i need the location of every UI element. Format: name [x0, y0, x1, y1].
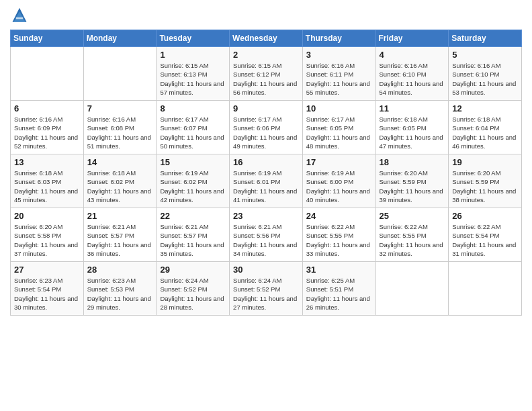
day-number: 3	[306, 50, 372, 60]
calendar-week-1: 1Sunrise: 6:15 AM Sunset: 6:13 PM Daylig…	[11, 47, 522, 101]
cell-info: Sunrise: 6:15 AM Sunset: 6:13 PM Dayligh…	[160, 61, 226, 97]
calendar-cell: 17Sunrise: 6:19 AM Sunset: 6:00 PM Dayli…	[302, 154, 375, 208]
day-number: 8	[160, 103, 226, 113]
day-number: 21	[87, 211, 153, 221]
calendar-week-4: 20Sunrise: 6:20 AM Sunset: 5:58 PM Dayli…	[11, 208, 522, 262]
day-number: 23	[233, 211, 299, 221]
calendar-week-2: 6Sunrise: 6:16 AM Sunset: 6:09 PM Daylig…	[11, 101, 522, 154]
day-number: 22	[160, 211, 226, 221]
day-number: 1	[160, 50, 226, 60]
cell-info: Sunrise: 6:20 AM Sunset: 5:59 PM Dayligh…	[380, 169, 445, 204]
calendar-week-3: 13Sunrise: 6:18 AM Sunset: 6:03 PM Dayli…	[11, 154, 522, 208]
cell-info: Sunrise: 6:18 AM Sunset: 6:04 PM Dayligh…	[452, 115, 518, 150]
day-number: 10	[306, 103, 372, 113]
day-number: 12	[452, 103, 518, 113]
day-number: 4	[380, 50, 445, 60]
header-sunday: Sunday	[11, 30, 84, 47]
calendar-cell: 1Sunrise: 6:15 AM Sunset: 6:13 PM Daylig…	[157, 47, 230, 101]
cell-info: Sunrise: 6:22 AM Sunset: 5:55 PM Dayligh…	[380, 222, 445, 258]
day-number: 27	[14, 265, 80, 275]
cell-info: Sunrise: 6:16 AM Sunset: 6:09 PM Dayligh…	[14, 115, 80, 150]
calendar-cell: 25Sunrise: 6:22 AM Sunset: 5:55 PM Dayli…	[375, 208, 449, 262]
calendar-cell: 16Sunrise: 6:19 AM Sunset: 6:01 PM Dayli…	[230, 154, 303, 208]
day-number: 13	[14, 157, 80, 167]
calendar-cell: 3Sunrise: 6:16 AM Sunset: 6:11 PM Daylig…	[302, 47, 375, 101]
calendar-cell: 26Sunrise: 6:22 AM Sunset: 5:54 PM Dayli…	[449, 208, 522, 262]
calendar-cell: 22Sunrise: 6:21 AM Sunset: 5:57 PM Dayli…	[157, 208, 230, 262]
cell-info: Sunrise: 6:16 AM Sunset: 6:10 PM Dayligh…	[380, 61, 445, 97]
cell-info: Sunrise: 6:23 AM Sunset: 5:54 PM Dayligh…	[14, 276, 80, 312]
calendar-cell: 6Sunrise: 6:16 AM Sunset: 6:09 PM Daylig…	[11, 101, 84, 154]
header-wednesday: Wednesday	[230, 30, 303, 47]
header-friday: Friday	[375, 30, 449, 47]
cell-info: Sunrise: 6:25 AM Sunset: 5:51 PM Dayligh…	[306, 276, 372, 312]
calendar-cell: 7Sunrise: 6:16 AM Sunset: 6:08 PM Daylig…	[83, 101, 157, 154]
header-saturday: Saturday	[449, 30, 522, 47]
day-number: 2	[233, 50, 299, 60]
calendar-cell: 9Sunrise: 6:17 AM Sunset: 6:06 PM Daylig…	[230, 101, 303, 154]
calendar-cell: 14Sunrise: 6:18 AM Sunset: 6:02 PM Dayli…	[83, 154, 157, 208]
calendar-cell: 2Sunrise: 6:15 AM Sunset: 6:12 PM Daylig…	[230, 47, 303, 101]
cell-info: Sunrise: 6:18 AM Sunset: 6:03 PM Dayligh…	[14, 169, 80, 204]
day-number: 25	[380, 211, 445, 221]
calendar-cell: 13Sunrise: 6:18 AM Sunset: 6:03 PM Dayli…	[11, 154, 84, 208]
cell-info: Sunrise: 6:19 AM Sunset: 6:01 PM Dayligh…	[233, 169, 299, 204]
calendar-cell	[375, 262, 449, 316]
calendar-cell: 18Sunrise: 6:20 AM Sunset: 5:59 PM Dayli…	[375, 154, 449, 208]
cell-info: Sunrise: 6:15 AM Sunset: 6:12 PM Dayligh…	[233, 61, 299, 97]
calendar-cell: 29Sunrise: 6:24 AM Sunset: 5:52 PM Dayli…	[157, 262, 230, 316]
cell-info: Sunrise: 6:19 AM Sunset: 6:00 PM Dayligh…	[306, 169, 372, 204]
day-number: 26	[452, 211, 518, 221]
day-number: 24	[306, 211, 372, 221]
calendar-cell: 30Sunrise: 6:24 AM Sunset: 5:52 PM Dayli…	[230, 262, 303, 316]
cell-info: Sunrise: 6:21 AM Sunset: 5:57 PM Dayligh…	[87, 222, 153, 258]
cell-info: Sunrise: 6:23 AM Sunset: 5:53 PM Dayligh…	[87, 276, 153, 312]
cell-info: Sunrise: 6:19 AM Sunset: 6:02 PM Dayligh…	[160, 169, 226, 204]
svg-rect-2	[16, 17, 24, 19]
cell-info: Sunrise: 6:16 AM Sunset: 6:10 PM Dayligh…	[452, 61, 518, 97]
calendar-cell: 21Sunrise: 6:21 AM Sunset: 5:57 PM Dayli…	[83, 208, 157, 262]
day-number: 17	[306, 157, 372, 167]
logo-icon	[10, 7, 29, 26]
header-thursday: Thursday	[302, 30, 375, 47]
day-number: 15	[160, 157, 226, 167]
calendar-cell: 19Sunrise: 6:20 AM Sunset: 5:59 PM Dayli…	[449, 154, 522, 208]
calendar-cell	[11, 47, 84, 101]
cell-info: Sunrise: 6:16 AM Sunset: 6:08 PM Dayligh…	[87, 115, 153, 150]
calendar-cell: 12Sunrise: 6:18 AM Sunset: 6:04 PM Dayli…	[449, 101, 522, 154]
calendar-table: SundayMondayTuesdayWednesdayThursdayFrid…	[10, 30, 522, 316]
calendar-cell: 20Sunrise: 6:20 AM Sunset: 5:58 PM Dayli…	[11, 208, 84, 262]
cell-info: Sunrise: 6:17 AM Sunset: 6:05 PM Dayligh…	[306, 115, 372, 150]
cell-info: Sunrise: 6:17 AM Sunset: 6:07 PM Dayligh…	[160, 115, 226, 150]
day-number: 29	[160, 265, 226, 275]
cell-info: Sunrise: 6:21 AM Sunset: 5:57 PM Dayligh…	[160, 222, 226, 258]
page-header	[10, 7, 522, 26]
cell-info: Sunrise: 6:22 AM Sunset: 5:54 PM Dayligh…	[452, 222, 518, 258]
day-number: 5	[452, 50, 518, 60]
logo	[10, 7, 32, 26]
day-number: 28	[87, 265, 153, 275]
cell-info: Sunrise: 6:21 AM Sunset: 5:56 PM Dayligh…	[233, 222, 299, 258]
day-number: 30	[233, 265, 299, 275]
cell-info: Sunrise: 6:17 AM Sunset: 6:06 PM Dayligh…	[233, 115, 299, 150]
day-number: 11	[380, 103, 445, 113]
cell-info: Sunrise: 6:24 AM Sunset: 5:52 PM Dayligh…	[160, 276, 226, 312]
calendar-cell: 11Sunrise: 6:18 AM Sunset: 6:05 PM Dayli…	[375, 101, 449, 154]
cell-info: Sunrise: 6:20 AM Sunset: 5:58 PM Dayligh…	[14, 222, 80, 258]
day-number: 31	[306, 265, 372, 275]
calendar-header-row: SundayMondayTuesdayWednesdayThursdayFrid…	[11, 30, 522, 47]
cell-info: Sunrise: 6:16 AM Sunset: 6:11 PM Dayligh…	[306, 61, 372, 97]
day-number: 7	[87, 103, 153, 113]
day-number: 19	[452, 157, 518, 167]
day-number: 20	[14, 211, 80, 221]
cell-info: Sunrise: 6:18 AM Sunset: 6:05 PM Dayligh…	[380, 115, 445, 150]
calendar-cell: 28Sunrise: 6:23 AM Sunset: 5:53 PM Dayli…	[83, 262, 157, 316]
calendar-cell: 23Sunrise: 6:21 AM Sunset: 5:56 PM Dayli…	[230, 208, 303, 262]
calendar-cell: 4Sunrise: 6:16 AM Sunset: 6:10 PM Daylig…	[375, 47, 449, 101]
calendar-cell: 15Sunrise: 6:19 AM Sunset: 6:02 PM Dayli…	[157, 154, 230, 208]
calendar-cell: 5Sunrise: 6:16 AM Sunset: 6:10 PM Daylig…	[449, 47, 522, 101]
calendar-cell: 31Sunrise: 6:25 AM Sunset: 5:51 PM Dayli…	[302, 262, 375, 316]
header-tuesday: Tuesday	[157, 30, 230, 47]
day-number: 6	[14, 103, 80, 113]
cell-info: Sunrise: 6:18 AM Sunset: 6:02 PM Dayligh…	[87, 169, 153, 204]
